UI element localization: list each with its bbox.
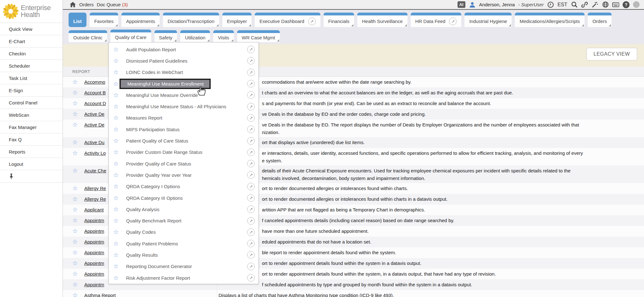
report-link[interactable]: Active De <box>84 120 108 130</box>
link-icon[interactable] <box>581 1 588 8</box>
report-link[interactable]: Appointm <box>84 247 108 258</box>
menu-item-quality-analysis[interactable]: ☆Quality Analysis↗ <box>109 204 258 215</box>
sidebar-item-reports[interactable]: Reports <box>0 146 63 158</box>
open-in-new-window-icon[interactable]: ↗ <box>247 205 255 213</box>
open-in-new-window-icon[interactable]: ↗ <box>247 160 255 167</box>
open-in-new-window-icon[interactable]: ↗ <box>247 114 255 122</box>
favorite-star-icon[interactable]: ☆ <box>113 263 119 270</box>
favorite-star-icon[interactable]: ☆ <box>113 57 119 64</box>
menu-item-label[interactable]: Meaningful Use Measure Override <box>126 92 198 98</box>
open-in-new-window-icon[interactable]: ↗ <box>247 171 255 179</box>
legacy-view-button[interactable]: LEGACY VIEW <box>586 48 637 60</box>
tab-visits[interactable]: Visits <box>213 30 234 42</box>
tab-quality-of-care[interactable]: Quality of Care <box>110 30 151 42</box>
menu-item-label[interactable]: Patient Quality of Care Status <box>126 138 188 143</box>
favorite-star-icon[interactable]: ☆ <box>72 98 84 109</box>
menu-item-loinc-codes-in-webchart[interactable]: ☆LOINC Codes in WebChart↗ <box>109 67 258 78</box>
menu-item-meaningful-use-measure-enrollment[interactable]: ☆Meaningful Use Measure Enrollment↗ <box>109 78 258 89</box>
menu-item-risk-adjustment-factor-report[interactable]: ☆Risk Adjustment Factor Report↗ <box>109 272 258 283</box>
sidebar-item-quick-view[interactable]: Quick View <box>0 23 63 35</box>
open-in-new-window-icon[interactable]: ↗ <box>247 91 255 99</box>
favorite-star-icon[interactable]: ☆ <box>72 137 84 148</box>
sidebar-item-scheduler[interactable]: Scheduler <box>0 60 63 72</box>
favorite-star-icon[interactable]: ☆ <box>72 183 84 194</box>
tab-outside-clinic[interactable]: Outside Clinic <box>69 30 107 42</box>
menu-item-label[interactable]: Provider Quality Year over Year <box>126 172 192 178</box>
favorite-star-icon[interactable]: ☆ <box>113 228 119 236</box>
report-link[interactable]: Appointm <box>84 215 108 226</box>
tab-health-surveillance[interactable]: Health Surveillance <box>357 13 407 27</box>
menu-item-label[interactable]: QRDA Category III Options <box>126 195 183 201</box>
menu-item-provider-quality-of-care-status[interactable]: ☆Provider Quality of Care Status↗ <box>109 158 258 169</box>
wand-icon[interactable] <box>591 1 598 8</box>
sidebar-item-logout[interactable]: Logout <box>0 158 63 170</box>
report-link[interactable]: Asthma Report <box>84 290 108 297</box>
menu-item-measures-report[interactable]: ☆Measures Report↗ <box>109 112 258 124</box>
sidebar-item-checkin[interactable]: Checkin <box>0 48 63 60</box>
tab-utilization[interactable]: Utilization <box>180 30 210 42</box>
menu-item-label[interactable]: Quality Results <box>126 252 158 258</box>
menu-item-label[interactable]: Meaningful Use Measure Status - All Phys… <box>126 104 226 109</box>
help-icon[interactable]: ? <box>623 1 630 8</box>
favorite-star-icon[interactable]: ☆ <box>72 258 84 269</box>
tab-employer[interactable]: Employer <box>222 13 252 27</box>
sidebar-item-e-sign[interactable]: E-Sign <box>0 84 63 97</box>
open-in-new-window-icon[interactable]: ↗ <box>247 80 255 87</box>
open-in-new-window-icon[interactable]: ↗ <box>247 126 255 133</box>
menu-item-mips-participation-status[interactable]: ☆MIPS Participation Status↗ <box>109 124 258 135</box>
tab-appointments[interactable]: Appointments <box>121 13 160 27</box>
favorite-star-icon[interactable]: ☆ <box>72 247 84 258</box>
open-in-new-window-icon[interactable]: ↗ <box>247 137 255 145</box>
external-link-icon[interactable]: ↗ <box>449 18 457 25</box>
tab-safety[interactable]: Safety <box>154 30 177 42</box>
favorite-star-icon[interactable]: ☆ <box>113 148 119 156</box>
menu-item-qrda-category-i-options[interactable]: ☆QRDA Category I Options↗ <box>109 181 258 192</box>
sidebar-item-fax-q[interactable]: Fax Q <box>0 133 63 146</box>
favorite-star-icon[interactable]: ☆ <box>113 46 119 53</box>
favorite-star-icon[interactable]: ☆ <box>113 274 119 282</box>
tab-financials[interactable]: Financials <box>324 13 354 27</box>
favorite-star-icon[interactable]: ☆ <box>72 165 84 176</box>
open-in-new-window-icon[interactable]: ↗ <box>247 217 255 225</box>
sidebar-item-e-chart[interactable]: E-Chart <box>0 35 63 48</box>
favorite-star-icon[interactable]: ☆ <box>72 290 84 297</box>
open-in-new-window-icon[interactable]: ↗ <box>247 46 255 53</box>
favorite-star-icon[interactable]: ☆ <box>72 226 84 237</box>
open-in-new-window-icon[interactable]: ↗ <box>247 57 255 64</box>
tab-medications-allergies-scripts[interactable]: Medications/Allergies/Scripts <box>515 13 585 27</box>
report-link[interactable]: Acute Che <box>84 165 108 176</box>
report-link[interactable]: Appointm <box>84 258 108 269</box>
clock-icon[interactable] <box>547 1 554 8</box>
report-link[interactable]: Account D <box>84 98 108 109</box>
ai-badge[interactable]: AI <box>458 1 465 8</box>
favorite-star-icon[interactable]: ☆ <box>113 217 119 224</box>
menu-item-label[interactable]: Quality Analysis <box>126 207 159 212</box>
home-icon[interactable] <box>69 1 76 8</box>
breadcrumb-doc-queue[interactable]: Doc Queue (3) <box>97 2 128 7</box>
favorite-star-icon[interactable]: ☆ <box>72 87 84 98</box>
tab-wr-case-mgmt[interactable]: WR Case Mgmt <box>237 30 280 42</box>
favorite-star-icon[interactable]: ☆ <box>113 80 119 87</box>
report-link[interactable]: Activity Lo <box>84 148 108 159</box>
pin-icon[interactable] <box>9 173 14 180</box>
open-in-new-window-icon[interactable]: ↗ <box>247 103 255 110</box>
favorite-star-icon[interactable]: ☆ <box>113 126 119 133</box>
user-name[interactable]: Anderson, Jenna <box>479 2 515 7</box>
menu-item-quality-benchmark-report[interactable]: ☆Quality Benchmark Report↗ <box>109 215 258 226</box>
report-link[interactable]: Active De <box>84 109 108 120</box>
favorite-star-icon[interactable]: ☆ <box>72 237 84 247</box>
menu-item-qrda-category-iii-options[interactable]: ☆QRDA Category III Options↗ <box>109 192 258 204</box>
open-in-new-window-icon[interactable]: ↗ <box>247 194 255 202</box>
user-icon[interactable] <box>469 1 476 8</box>
menu-item-label[interactable]: Reporting Document Generator <box>126 264 192 269</box>
breadcrumb-orders[interactable]: Orders <box>79 2 94 7</box>
favorite-star-icon[interactable]: ☆ <box>72 269 84 279</box>
tab-industrial-hygiene[interactable]: Industrial Hygiene <box>464 13 512 27</box>
open-in-new-window-icon[interactable]: ↗ <box>247 240 255 247</box>
report-link[interactable]: Appointm <box>84 279 108 290</box>
favorite-star-icon[interactable]: ☆ <box>113 160 119 167</box>
report-link[interactable]: Applicant <box>84 205 108 215</box>
menu-item-label[interactable]: MIPS Participation Status <box>126 127 180 132</box>
favorite-star-icon[interactable]: ☆ <box>72 77 84 87</box>
open-in-new-window-icon[interactable]: ↗ <box>247 263 255 270</box>
